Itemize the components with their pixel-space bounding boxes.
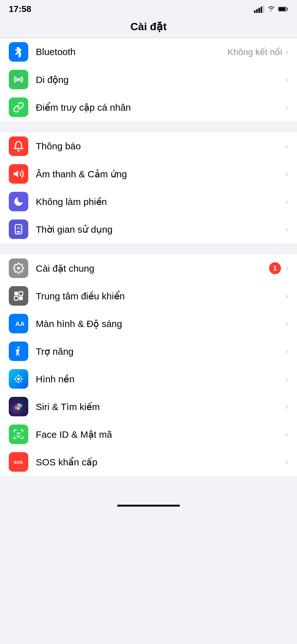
svg-point-24 — [17, 407, 20, 410]
bluetooth-value: Không kết nối — [228, 47, 282, 57]
accessibility-icon — [13, 346, 24, 357]
notifications-label: Thông báo — [36, 141, 285, 152]
screentime-row[interactable]: Thời gian sử dụng › — [0, 215, 297, 243]
status-time: 17:58 — [9, 4, 31, 14]
sounds-icon — [13, 168, 24, 180]
siri-label: Siri & Tìm kiếm — [36, 401, 285, 412]
bluetooth-row[interactable]: Bluetooth Không kết nối › — [0, 38, 297, 66]
battery-icon — [278, 6, 288, 12]
general-settings-label: Cài đặt chung — [36, 263, 269, 274]
control-center-icon-wrapper — [9, 286, 28, 306]
notifications-chevron: › — [285, 141, 288, 151]
accessibility-icon-wrapper — [9, 341, 28, 361]
notifications-row[interactable]: Thông báo › — [0, 132, 297, 160]
siri-row[interactable]: Siri & Tìm kiếm › — [0, 393, 297, 420]
svg-rect-10 — [19, 297, 23, 300]
bluetooth-chevron: › — [285, 47, 288, 57]
svg-point-25 — [17, 403, 20, 406]
svg-rect-8 — [19, 292, 23, 296]
svg-point-14 — [18, 375, 19, 377]
sos-row[interactable]: SOS SOS khẩn cấp › — [0, 448, 297, 476]
sos-icon: SOS — [13, 456, 24, 468]
cellular-icon-wrapper — [9, 70, 28, 89]
connectivity-group: Bluetooth Không kết nối › Di động › — [0, 38, 297, 121]
accessibility-row[interactable]: Trợ năng › — [0, 337, 297, 365]
siri-icon — [13, 401, 24, 412]
hotspot-label: Điểm truy cập cá nhân — [36, 102, 285, 113]
separator-2 — [0, 243, 297, 254]
screentime-icon — [13, 224, 24, 235]
hotspot-row[interactable]: Điểm truy cập cá nhân › — [0, 93, 297, 121]
home-indicator-area — [0, 495, 297, 518]
siri-icon-wrapper — [9, 397, 28, 416]
sounds-label: Âm thanh & Cảm ứng — [36, 169, 285, 180]
dnd-icon-wrapper — [9, 192, 28, 211]
sounds-icon-wrapper — [9, 164, 28, 184]
controls-icon — [13, 290, 24, 302]
sos-label: SOS khẩn cấp — [36, 457, 285, 468]
sounds-row[interactable]: Âm thanh & Cảm ứng › — [0, 160, 297, 188]
dnd-row[interactable]: Không làm phiền › — [0, 188, 297, 215]
general-settings-badge: 1 — [269, 262, 281, 274]
svg-point-2 — [17, 78, 20, 81]
general-settings-row[interactable]: Cài đặt chung 1 › — [0, 254, 297, 282]
signal-icon — [254, 5, 264, 13]
nav-bar: Cài đặt — [0, 17, 297, 38]
svg-point-21 — [20, 380, 21, 382]
sos-icon-wrapper: SOS — [9, 452, 28, 472]
svg-point-6 — [17, 267, 20, 270]
status-bar: 17:58 — [0, 0, 297, 17]
wifi-icon — [267, 5, 275, 13]
general-settings-icon-wrapper — [9, 258, 28, 278]
dnd-chevron: › — [285, 197, 288, 207]
cellular-row[interactable]: Di động › — [0, 66, 297, 93]
bluetooth-icon — [13, 46, 24, 58]
svg-point-17 — [21, 378, 23, 380]
faceid-icon-wrapper — [9, 425, 28, 444]
bluetooth-icon-wrapper — [9, 42, 28, 62]
display-label: Màn hình & Độ sáng — [36, 318, 285, 329]
home-indicator — [117, 505, 180, 507]
sounds-chevron: › — [285, 169, 288, 179]
gear-icon — [13, 263, 24, 274]
svg-rect-9 — [14, 297, 18, 300]
svg-point-12 — [18, 347, 19, 348]
svg-marker-3 — [14, 171, 18, 177]
general-group: Cài đặt chung 1 › Trung tâm điều khiển ›… — [0, 254, 297, 476]
control-center-row[interactable]: Trung tâm điều khiển › — [0, 282, 297, 310]
hotspot-icon — [13, 102, 24, 113]
wallpaper-icon — [13, 373, 24, 385]
svg-point-15 — [18, 381, 19, 383]
accessibility-label: Trợ năng — [36, 346, 285, 357]
svg-point-20 — [15, 380, 17, 382]
svg-point-16 — [14, 378, 16, 380]
wallpaper-chevron: › — [285, 374, 288, 384]
notifications-icon-wrapper — [9, 136, 28, 156]
display-icon: AA — [13, 318, 24, 329]
wallpaper-label: Hình nền — [36, 374, 285, 385]
cellular-chevron: › — [285, 75, 288, 85]
separator-1 — [0, 121, 297, 132]
bottom-padding — [0, 476, 297, 495]
svg-point-19 — [20, 376, 21, 377]
cellular-label: Di động — [36, 74, 285, 85]
svg-point-13 — [17, 378, 20, 380]
notifications-group: Thông báo › Âm thanh & Cảm ứng › Không l… — [0, 132, 297, 243]
page-title: Cài đặt — [130, 20, 166, 32]
svg-point-18 — [15, 376, 17, 377]
faceid-chevron: › — [285, 429, 288, 439]
screentime-label: Thời gian sử dụng — [36, 224, 285, 235]
wallpaper-icon-wrapper — [9, 369, 28, 389]
svg-rect-7 — [14, 292, 18, 296]
hotspot-chevron: › — [285, 102, 288, 112]
status-icons — [254, 5, 288, 13]
svg-text:SOS: SOS — [14, 460, 23, 465]
siri-chevron: › — [285, 402, 288, 412]
dnd-label: Không làm phiền — [36, 196, 285, 207]
screentime-icon-wrapper — [9, 219, 28, 239]
faceid-row[interactable]: Face ID & Mật mã › — [0, 420, 297, 448]
svg-rect-1 — [279, 8, 285, 11]
display-row[interactable]: AA Màn hình & Độ sáng › — [0, 310, 297, 337]
wallpaper-row[interactable]: Hình nền › — [0, 365, 297, 393]
bluetooth-label: Bluetooth — [36, 47, 228, 57]
